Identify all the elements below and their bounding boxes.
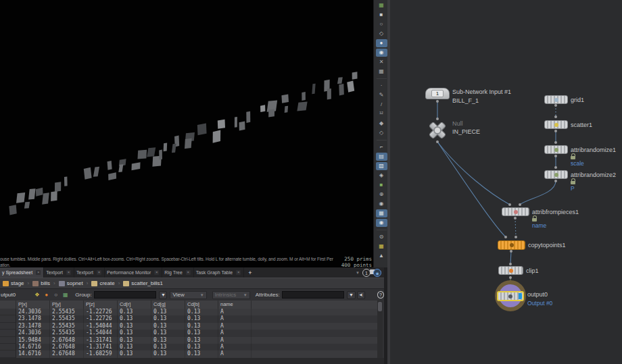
group-filter-icon[interactable]: ▼	[159, 291, 167, 299]
point-markers-icon[interactable]: ✎	[376, 91, 387, 99]
cell: -1.68259	[84, 350, 118, 357]
network-editor[interactable]: 1Sub-Network Input #1BILL_F_1NullIN_PIEC…	[390, 0, 622, 364]
node-output0[interactable]	[497, 291, 524, 301]
column-header-name[interactable]: name	[218, 301, 252, 309]
hide-other-objects-icon[interactable]: ✕	[376, 58, 387, 66]
tab-textport[interactable]: Textport×	[74, 267, 105, 278]
link-badge[interactable]: 1	[362, 269, 370, 277]
geometry-stats: 250 prims 400 points	[341, 256, 372, 268]
path-dropdown-icon[interactable]: ▼	[356, 271, 360, 275]
pin-icon[interactable]: ◉	[373, 269, 381, 277]
lock-view-icon[interactable]: ■	[376, 11, 387, 19]
node-attribfrompieces1[interactable]	[502, 207, 529, 216]
camera-box-icon[interactable]: ■	[376, 181, 387, 189]
tab-close-icon[interactable]: ×	[236, 270, 241, 275]
color-swatch-icon[interactable]: ▦	[376, 242, 387, 251]
tab-close-icon[interactable]: ×	[186, 270, 191, 275]
row-number-cell[interactable]	[0, 309, 16, 315]
attributes-filter-icon[interactable]: ▼	[347, 291, 355, 299]
network-box-icon[interactable]: ▦	[376, 1, 387, 9]
intrinsics-dropdown[interactable]: Intrinsics▼	[212, 291, 250, 299]
headlight-icon[interactable]: ○	[376, 20, 387, 28]
tab-close-icon[interactable]: ×	[36, 270, 41, 275]
pick-attribute-icon[interactable]: ➤	[357, 291, 365, 299]
point-numbers-icon[interactable]: ¹²	[376, 110, 387, 118]
tab-task-graph-table[interactable]: Task Graph Table×	[194, 267, 244, 278]
cell: A	[218, 350, 252, 357]
axis-gnomon-icon[interactable]: ⊕	[376, 190, 387, 199]
tab-y-spreadsheet[interactable]: y Spreadsheet×	[0, 267, 44, 278]
cell-filler	[252, 350, 383, 357]
help-icon[interactable]: ?	[377, 291, 384, 298]
breadcrumb-item-sopnet[interactable]: sopnet	[59, 280, 83, 286]
breadcrumb-item-scatter_bills1[interactable]: scatter_bills1	[123, 280, 163, 286]
background-image-icon[interactable]: ▦	[376, 209, 387, 217]
ghost-other-objects-icon[interactable]: ▦	[376, 68, 387, 76]
node-tree-icon[interactable]: ❖	[33, 291, 41, 298]
lighting-mode-icon[interactable]: ◇	[376, 30, 387, 38]
tab-textport[interactable]: Textport×	[44, 267, 74, 278]
snap-pin-icon[interactable]: ◉	[376, 219, 387, 227]
point-mode-icon[interactable]: ●	[43, 291, 50, 298]
prim-color-icon[interactable]: ▦	[62, 291, 69, 298]
prim-normals-icon[interactable]: ◇	[376, 129, 387, 137]
row-number-cell[interactable]	[0, 344, 16, 350]
scrollbar-thumb[interactable]	[378, 302, 382, 311]
node-attribrandomize1[interactable]	[544, 145, 568, 154]
attributes-input[interactable]	[282, 291, 345, 298]
measure-tool-icon[interactable]: ⌐	[376, 143, 387, 151]
tab-close-icon[interactable]: ×	[66, 270, 71, 275]
tab-close-icon[interactable]: ×	[154, 270, 159, 275]
displacement-icon[interactable]: ◉	[376, 49, 387, 57]
node-path-field[interactable]: utput0	[0, 292, 16, 298]
group-input[interactable]	[94, 291, 157, 298]
node-clip1[interactable]	[498, 266, 523, 275]
cell: 0.13	[185, 315, 218, 322]
node-grid1[interactable]	[544, 95, 568, 104]
column-header-Px[interactable]: P[x]	[16, 301, 50, 309]
table-scrollbar[interactable]	[377, 301, 383, 364]
tab-rig-tree[interactable]: Rig Tree×	[162, 267, 193, 278]
tab-label: Performance Monitor	[107, 270, 151, 275]
breadcrumb-item-stage[interactable]: stage	[3, 280, 24, 286]
flipbook-icon[interactable]: ▧	[376, 162, 387, 170]
snapshot-icon[interactable]: ▤	[376, 153, 387, 161]
node-param-name: name	[532, 222, 546, 229]
view-dropdown[interactable]: View▼	[170, 291, 206, 299]
row-number-cell[interactable]	[0, 337, 16, 344]
row-number-cell[interactable]	[0, 315, 16, 322]
point-normals-icon[interactable]: /	[376, 101, 387, 109]
node-attribrandomize2[interactable]	[544, 170, 568, 179]
high-quality-lighting-icon[interactable]: ●	[376, 39, 387, 47]
column-header-Pz[interactable]: P[z]	[84, 301, 118, 309]
scene-viewport[interactable]: ouse tumbles. Middle pans. Right dollies…	[0, 0, 373, 269]
cell-filler	[252, 315, 383, 322]
column-header-Cdb[interactable]: Cd[b]	[185, 301, 218, 309]
first-person-icon[interactable]: ▲	[376, 252, 387, 260]
reference-grid-icon[interactable]: ◈	[376, 172, 387, 180]
show-points-icon[interactable]: ·	[376, 82, 387, 90]
info-icon[interactable]: ⊙	[376, 233, 387, 241]
row-number-cell[interactable]	[0, 323, 16, 330]
row-number-cell[interactable]	[0, 330, 16, 336]
prim-markers-icon[interactable]: ◆	[376, 120, 387, 128]
node-in-piece-null[interactable]	[427, 120, 448, 141]
tab-performance-monitor[interactable]: Performance Monitor×	[105, 267, 162, 278]
column-header-Py[interactable]: P[y]	[50, 301, 84, 309]
breadcrumb-item-bills[interactable]: bills	[32, 280, 50, 286]
vertex-mode-icon[interactable]: ○	[52, 291, 59, 298]
tab-close-icon[interactable]: ×	[97, 270, 101, 275]
new-tab-button[interactable]: +	[244, 267, 256, 278]
node-subnet-input[interactable]: 1	[425, 88, 450, 99]
column-header-Cdg[interactable]: Cd[g]	[151, 301, 185, 309]
group-select-icon[interactable]: ◉	[376, 200, 387, 208]
node-copytopoints1[interactable]	[498, 240, 525, 250]
column-header-Cdr[interactable]: Cd[r]	[118, 301, 151, 309]
breadcrumb-item-create[interactable]: create	[91, 280, 114, 286]
display-flag[interactable]	[519, 293, 522, 299]
row-number-cell[interactable]	[0, 350, 16, 357]
node-scatter1[interactable]	[544, 120, 568, 129]
clip-sop-icon	[509, 269, 513, 273]
breadcrumb-label: stage	[11, 280, 24, 286]
spreadsheet-panel: y Spreadsheet×Textport×Textport×Performa…	[0, 267, 384, 364]
